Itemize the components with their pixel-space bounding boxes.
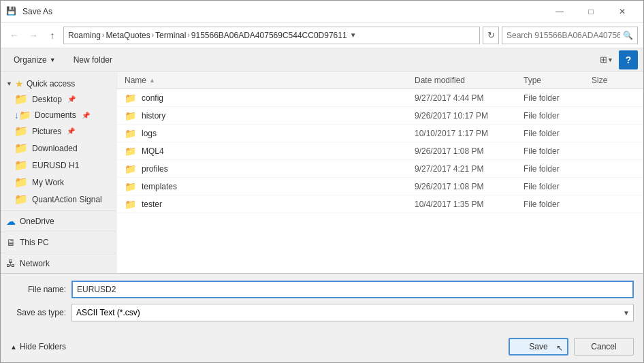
table-row[interactable]: 📁 MQL4 9/26/2017 1:08 PM File folder (116, 142, 643, 160)
action-bar: ▲ Hide Folders Save ↖ Cancel (1, 334, 643, 362)
bottom-panel: File name: Save as type: ASCII Text (*.c… (1, 273, 643, 334)
file-folder-icon: 📁 (125, 93, 136, 104)
pictures-folder-icon: 📁 (14, 125, 28, 138)
sidebar-item-quantaction-signal[interactable]: 📁 QuantAction Signal (1, 191, 116, 208)
search-bar[interactable]: 🔍 (502, 27, 638, 44)
quick-access-collapse-icon: ▼ (6, 80, 12, 87)
organize-label: Organize (14, 55, 47, 65)
sidebar-divider-2 (1, 232, 116, 232)
onedrive-icon: ☁ (6, 216, 16, 227)
folder-icon: 📁 (14, 93, 28, 106)
file-name-row: File name: (10, 281, 634, 298)
table-row[interactable]: 📁 history 9/26/2017 10:17 PM File folder (116, 107, 643, 125)
forward-button[interactable]: → (25, 27, 42, 44)
breadcrumb[interactable]: Roaming › MetaQuotes › Terminal › 915566… (63, 27, 480, 44)
sidebar-item-my-work[interactable]: 📁 My Work (1, 174, 116, 191)
up-button[interactable]: ↑ (44, 27, 61, 44)
file-list-header: Name ▲ Date modified Type Size (116, 72, 643, 89)
sidebar-item-downloaded[interactable]: 📁 Downloaded (1, 140, 116, 157)
breadcrumb-dropdown-icon[interactable]: ▼ (347, 31, 359, 39)
my-work-label: My Work (32, 178, 64, 187)
eurusd-label: EURUSD H1 (32, 161, 79, 170)
search-input[interactable] (506, 31, 620, 40)
col-header-type[interactable]: Type (518, 76, 586, 85)
sidebar-item-desktop[interactable]: 📁 Desktop 📌 (1, 91, 116, 108)
close-button[interactable]: ✕ (607, 1, 638, 22)
file-name-cell: 📁 config (119, 93, 409, 104)
pictures-label: Pictures (32, 127, 61, 136)
file-name-input-wrapper (71, 281, 634, 298)
network-icon: 🖧 (6, 258, 16, 269)
toolbar: Organize ▼ New folder ⊞ ▼ ? (1, 48, 643, 72)
sidebar-item-eurusd-h1[interactable]: 📁 EURUSD H1 (1, 157, 116, 174)
maximize-button[interactable]: □ (575, 1, 607, 22)
file-date-cell: 9/27/2017 4:21 PM (409, 164, 518, 174)
file-date-cell: 10/10/2017 1:17 PM (409, 129, 518, 138)
table-row[interactable]: 📁 tester 10/4/2017 1:35 PM File folder (116, 195, 643, 213)
col-header-size[interactable]: Size (586, 76, 641, 85)
downloaded-label: Downloaded (32, 144, 78, 153)
organize-button[interactable]: Organize ▼ (6, 51, 63, 69)
sidebar-item-documents[interactable]: ↓📁 Documents 📌 (1, 108, 116, 123)
table-row[interactable]: 📁 profiles 9/27/2017 4:21 PM File folder (116, 160, 643, 178)
cancel-button[interactable]: Cancel (574, 338, 634, 356)
breadcrumb-roaming: Roaming (68, 31, 101, 40)
breadcrumb-guid: 915566BA06ADA407569C544CC0D97611 (191, 31, 347, 40)
minimize-button[interactable]: — (544, 1, 575, 22)
file-name-cell: 📁 templates (119, 181, 409, 192)
table-row[interactable]: 📁 templates 9/26/2017 1:08 PM File folde… (116, 178, 643, 195)
save-as-type-label: Save as type: (10, 308, 71, 317)
help-button[interactable]: ? (619, 50, 638, 69)
save-label: Save (529, 342, 547, 351)
view-button[interactable]: ⊞ ▼ (597, 51, 616, 69)
organize-chevron-icon: ▼ (50, 57, 56, 63)
file-name-text: tester (142, 200, 162, 209)
sort-icon: ▲ (149, 77, 155, 84)
col-header-name[interactable]: Name ▲ (119, 76, 409, 85)
file-type-cell: File folder (518, 182, 586, 191)
file-name-text: profiles (142, 164, 168, 174)
hide-folders-button[interactable]: ▲ Hide Folders (10, 342, 66, 351)
table-row[interactable]: 📁 logs 10/10/2017 1:17 PM File folder (116, 125, 643, 142)
file-name-cell: 📁 MQL4 (119, 146, 409, 157)
file-type-cell: File folder (518, 164, 586, 174)
file-name-text: logs (142, 129, 157, 138)
refresh-button[interactable]: ↻ (483, 27, 499, 44)
file-name-text: config (142, 93, 163, 103)
cursor-icon: ↖ (556, 343, 563, 353)
desktop-label: Desktop (32, 95, 62, 104)
sidebar-divider-1 (1, 210, 116, 211)
main-content: ▼ ★ Quick access 📁 Desktop 📌 ↓📁 Document… (1, 72, 643, 273)
quick-access-header[interactable]: ▼ ★ Quick access (1, 76, 116, 91)
file-date-cell: 10/4/2017 1:35 PM (409, 200, 518, 209)
eurusd-folder-icon: 📁 (14, 159, 28, 172)
file-list: Name ▲ Date modified Type Size 📁 config … (116, 72, 643, 273)
this-pc-icon: 🖥 (6, 237, 16, 248)
title-bar-controls: — □ ✕ (544, 1, 638, 22)
sidebar-item-this-pc[interactable]: 🖥 This PC (1, 235, 116, 250)
table-row[interactable]: 📁 config 9/27/2017 4:44 PM File folder (116, 89, 643, 107)
file-type-cell: File folder (518, 93, 586, 103)
file-type-cell: File folder (518, 129, 586, 138)
onedrive-label: OneDrive (20, 217, 54, 226)
file-name-label: File name: (10, 285, 71, 294)
network-label: Network (20, 259, 50, 268)
sidebar: ▼ ★ Quick access 📁 Desktop 📌 ↓📁 Document… (1, 72, 116, 273)
col-header-date[interactable]: Date modified (409, 76, 518, 85)
new-folder-button[interactable]: New folder (66, 51, 120, 69)
save-as-type-select[interactable]: ASCII Text (*.csv) CSV (*.csv) All Files… (71, 304, 634, 321)
file-folder-icon: 📁 (125, 199, 136, 210)
sidebar-item-onedrive[interactable]: ☁ OneDrive (1, 214, 116, 229)
file-folder-icon: 📁 (125, 146, 136, 157)
file-folder-icon: 📁 (125, 181, 136, 192)
window-title: Save As (22, 7, 52, 16)
save-type-row: Save as type: ASCII Text (*.csv) CSV (*.… (10, 304, 634, 321)
save-button[interactable]: Save ↖ (509, 338, 568, 356)
file-name-input[interactable] (71, 281, 634, 298)
file-rows-container: 📁 config 9/27/2017 4:44 PM File folder 📁… (116, 89, 643, 213)
sidebar-item-network[interactable]: 🖧 Network (1, 256, 116, 271)
sidebar-item-pictures[interactable]: 📁 Pictures 📌 (1, 123, 116, 140)
file-name-cell: 📁 logs (119, 128, 409, 139)
back-button[interactable]: ← (6, 27, 22, 44)
file-name-cell: 📁 history (119, 110, 409, 121)
